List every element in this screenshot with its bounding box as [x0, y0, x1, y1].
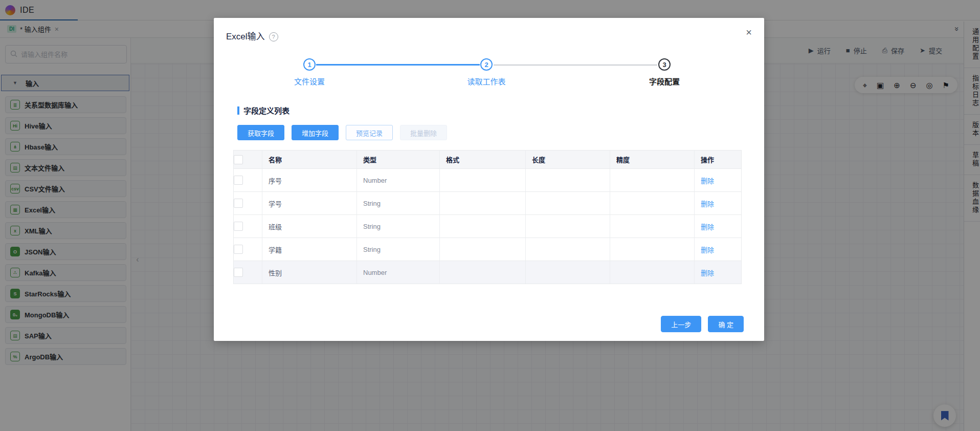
column-header-type: 类型 — [357, 150, 440, 169]
step-connector-active — [316, 64, 480, 66]
row-checkbox[interactable] — [234, 222, 243, 231]
field-length-cell — [526, 192, 610, 215]
delete-link[interactable]: 删除 — [701, 223, 714, 231]
select-all-checkbox[interactable] — [234, 155, 243, 164]
field-name-cell: 班级 — [262, 215, 357, 238]
field-length-cell — [526, 238, 610, 261]
field-precision-cell — [610, 169, 695, 192]
table-row: 学号 String 删除 — [234, 192, 742, 215]
column-header-length: 长度 — [526, 150, 610, 169]
delete-link[interactable]: 删除 — [701, 177, 714, 185]
field-precision-cell — [610, 238, 695, 261]
app-window: IDE DI * 输入组件 × « ▼ 输入 ≣ 关系型数据库输入 — [0, 0, 980, 431]
field-definition-table: 名称 类型 格式 长度 精度 操作 序号 Number — [233, 150, 742, 284]
previous-step-button[interactable]: 上一步 — [661, 316, 701, 332]
confirm-button[interactable]: 确 定 — [708, 316, 744, 332]
field-name-cell: 学籍 — [262, 238, 357, 261]
field-format-cell — [440, 238, 526, 261]
field-type-cell: Number — [357, 169, 440, 192]
section-accent-bar — [237, 106, 239, 115]
table-actions: 获取字段增加字段预览记录批量删除 — [237, 125, 745, 140]
step-number: 1 — [303, 58, 316, 71]
wizard-step[interactable]: 2 读取工作表 — [443, 58, 530, 87]
field-name-cell: 性别 — [262, 261, 357, 284]
step-number: 2 — [480, 58, 493, 71]
column-header-name: 名称 — [262, 150, 357, 169]
wizard-step[interactable]: 3 字段配置 — [621, 58, 708, 87]
wizard-step[interactable]: 1 文件设置 — [266, 58, 353, 87]
help-icon[interactable]: ? — [269, 32, 278, 41]
field-precision-cell — [610, 215, 695, 238]
step-number: 3 — [658, 58, 671, 71]
action-button[interactable]: 预览记录 — [346, 125, 393, 140]
field-length-cell — [526, 261, 610, 284]
step-label: 读取工作表 — [467, 76, 505, 87]
field-precision-cell — [610, 192, 695, 215]
field-length-cell — [526, 215, 610, 238]
row-checkbox[interactable] — [234, 199, 243, 208]
field-type-cell: String — [357, 192, 440, 215]
field-length-cell — [526, 169, 610, 192]
column-header-format: 格式 — [440, 150, 526, 169]
field-name-cell: 学号 — [262, 192, 357, 215]
table-row: 序号 Number 删除 — [234, 169, 742, 192]
table-row: 班级 String 删除 — [234, 215, 742, 238]
action-button[interactable]: 获取字段 — [237, 125, 284, 140]
field-type-cell: Number — [357, 261, 440, 284]
column-header-precision: 精度 — [610, 150, 695, 169]
row-checkbox[interactable] — [234, 245, 243, 254]
row-checkbox[interactable] — [234, 176, 243, 185]
action-button[interactable]: 批量删除 — [400, 125, 447, 140]
section-title: 字段定义列表 — [243, 105, 289, 116]
step-label: 字段配置 — [649, 76, 680, 87]
field-type-cell: String — [357, 215, 440, 238]
table-row: 性别 Number 删除 — [234, 261, 742, 284]
row-checkbox[interactable] — [234, 268, 243, 277]
field-type-cell: String — [357, 238, 440, 261]
step-connector-inactive — [494, 64, 657, 66]
field-name-cell: 序号 — [262, 169, 357, 192]
step-label: 文件设置 — [294, 76, 325, 87]
excel-input-modal: Excel输入 ? × 1 文件设置 2 读取工作表 3 字段配置 字段 — [214, 18, 764, 341]
field-format-cell — [440, 215, 526, 238]
column-header-actions: 操作 — [695, 150, 742, 169]
delete-link[interactable]: 删除 — [701, 200, 714, 208]
delete-link[interactable]: 删除 — [701, 269, 714, 277]
close-icon[interactable]: × — [746, 27, 752, 37]
field-format-cell — [440, 169, 526, 192]
action-button[interactable]: 增加字段 — [292, 125, 339, 140]
modal-title: Excel输入 — [226, 30, 265, 44]
table-row: 学籍 String 删除 — [234, 238, 742, 261]
delete-link[interactable]: 删除 — [701, 246, 714, 254]
field-precision-cell — [610, 261, 695, 284]
table-header-row: 名称 类型 格式 长度 精度 操作 — [234, 150, 742, 169]
field-format-cell — [440, 192, 526, 215]
field-format-cell — [440, 261, 526, 284]
wizard-stepper: 1 文件设置 2 读取工作表 3 字段配置 — [214, 58, 764, 86]
